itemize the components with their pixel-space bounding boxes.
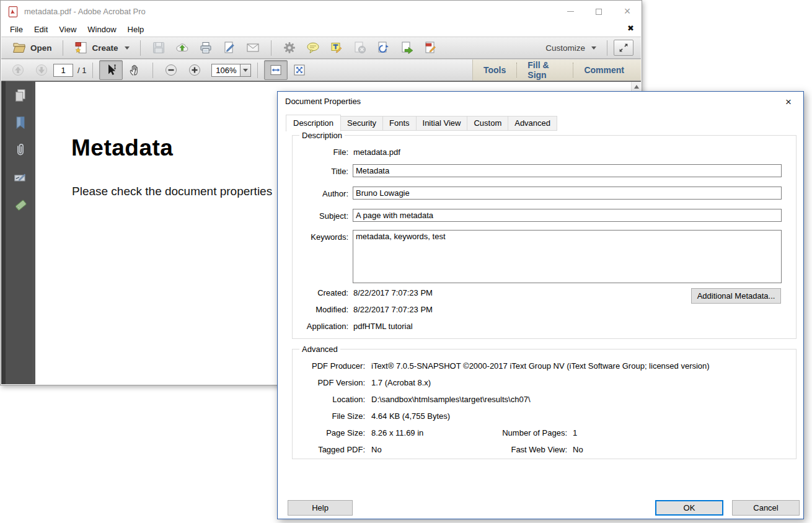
delete-page-button[interactable] [348, 38, 372, 58]
subject-field[interactable] [353, 209, 782, 222]
previous-page-button[interactable] [6, 60, 30, 80]
hand-tool-button[interactable] [123, 60, 146, 80]
ok-button[interactable]: OK [655, 500, 723, 516]
location-value: D:\sandbox\htmlsamples\target\results\ch… [371, 395, 531, 404]
document-processing-button[interactable] [372, 38, 395, 58]
acrobat-pdf-icon [7, 6, 19, 18]
tab-fonts[interactable]: Fonts [383, 116, 417, 131]
signatures-icon[interactable] [12, 169, 29, 185]
fit-width-button[interactable] [264, 60, 288, 80]
subject-label: Subject: [293, 211, 348, 221]
tab-advanced[interactable]: Advanced [508, 116, 557, 131]
zoom-level-input[interactable] [211, 64, 240, 77]
tags-icon[interactable] [12, 196, 29, 213]
description-legend: Description [299, 131, 345, 140]
page-down-icon [34, 63, 49, 77]
author-label: Author: [293, 189, 348, 198]
open-button[interactable]: Open [7, 38, 56, 58]
menu-help[interactable]: Help [122, 23, 150, 36]
page-thumbnails-icon[interactable] [12, 87, 29, 103]
pdf-producer-value: iText® 7.0.5-SNAPSHOT ©2000-2017 iText G… [371, 361, 710, 371]
keywords-label: Keywords: [293, 232, 348, 242]
separator [92, 63, 93, 78]
save-button[interactable] [147, 38, 170, 58]
open-folder-icon [12, 40, 27, 55]
cancel-button[interactable]: Cancel [732, 500, 800, 516]
tab-fill-sign[interactable]: Fill & Sign [517, 60, 573, 80]
close-button[interactable]: × [613, 1, 642, 22]
author-field[interactable] [353, 187, 782, 200]
separator [607, 40, 607, 56]
file-size-label: File Size: [293, 411, 365, 421]
separator [63, 40, 63, 56]
edit-page-icon [423, 40, 438, 55]
print-icon [198, 40, 213, 55]
attachments-icon[interactable] [12, 142, 29, 158]
open-label: Open [30, 43, 52, 53]
window-title: metadata.pdf - Adobe Acrobat Pro [24, 1, 146, 22]
tagged-pdf-label: Tagged PDF: [293, 445, 365, 454]
fit-page-icon [292, 63, 307, 77]
number-of-pages-value: 1 [573, 428, 577, 437]
tab-custom[interactable]: Custom [467, 116, 508, 131]
pdf-version-value: 1.7 (Acrobat 8.x) [371, 378, 431, 387]
help-button[interactable]: Help [288, 500, 353, 516]
menu-edit[interactable]: Edit [29, 23, 53, 36]
select-arrow-icon [104, 63, 118, 77]
menu-view[interactable]: View [53, 23, 82, 36]
minimize-button[interactable] [556, 1, 585, 22]
page-size-value: 8.26 x 11.69 in [371, 428, 423, 437]
sign-document-button[interactable] [218, 38, 241, 58]
zoom-dropdown-button[interactable] [240, 64, 251, 77]
screen: metadata.pdf - Adobe Acrobat Pro × File … [0, 0, 812, 523]
page-up-icon [11, 63, 25, 77]
comment-tool-button[interactable] [301, 38, 325, 58]
maximize-button[interactable] [585, 1, 613, 22]
highlight-text-button[interactable] [325, 38, 348, 58]
title-field[interactable] [353, 164, 782, 177]
document-body-text: Please check the document properties [72, 185, 272, 198]
tab-initial-view[interactable]: Initial View [417, 116, 468, 131]
minimize-icon [567, 11, 574, 12]
dialog-close-icon[interactable]: × [780, 95, 797, 110]
created-label: Created: [293, 288, 348, 297]
cloud-upload-icon [175, 40, 190, 55]
create-button[interactable]: Create [69, 38, 134, 58]
chevron-down-icon [125, 46, 130, 50]
preferences-button[interactable] [278, 38, 301, 58]
next-page-button[interactable] [30, 60, 53, 80]
menu-file[interactable]: File [4, 23, 29, 36]
number-of-pages-label: Number of Pages: [468, 428, 567, 437]
tab-description[interactable]: Description [286, 115, 341, 131]
email-button[interactable] [241, 38, 265, 58]
title-label: Title: [293, 167, 348, 176]
tab-security[interactable]: Security [341, 116, 383, 131]
page-export-icon [400, 40, 415, 55]
scroll-up-icon[interactable] [634, 85, 639, 89]
tab-comment[interactable]: Comment [573, 65, 635, 75]
select-tool-button[interactable] [99, 60, 123, 80]
fit-page-button[interactable] [288, 60, 311, 80]
bookmarks-icon[interactable] [12, 115, 29, 131]
toolbar-close-icon[interactable]: ✖ [627, 24, 634, 33]
zoom-in-button[interactable] [183, 60, 206, 80]
main-toolbar: Open Create [1, 37, 641, 59]
dialog-title: Document Properties [285, 97, 361, 106]
menubar: File Edit View Window Help ✖ [1, 22, 642, 37]
print-button[interactable] [194, 38, 218, 58]
titlebar: metadata.pdf - Adobe Acrobat Pro × [1, 1, 642, 22]
customize-button[interactable]: Customize [541, 41, 601, 55]
additional-metadata-button[interactable]: Additional Metadata... [691, 288, 781, 304]
fit-width-icon [268, 63, 283, 77]
keywords-field[interactable]: metadata, keywords, test [353, 230, 782, 283]
fullscreen-button[interactable] [614, 40, 633, 56]
page-number-input[interactable] [53, 64, 73, 77]
export-pdf-button[interactable] [395, 38, 419, 58]
edit-pdf-button[interactable] [419, 38, 443, 58]
window-controls: × [556, 1, 642, 22]
menu-window[interactable]: Window [82, 23, 121, 36]
expand-arrows-icon [618, 42, 629, 53]
tab-tools[interactable]: Tools [473, 65, 516, 75]
zoom-out-button[interactable] [159, 60, 183, 80]
upload-share-button[interactable] [170, 38, 194, 58]
